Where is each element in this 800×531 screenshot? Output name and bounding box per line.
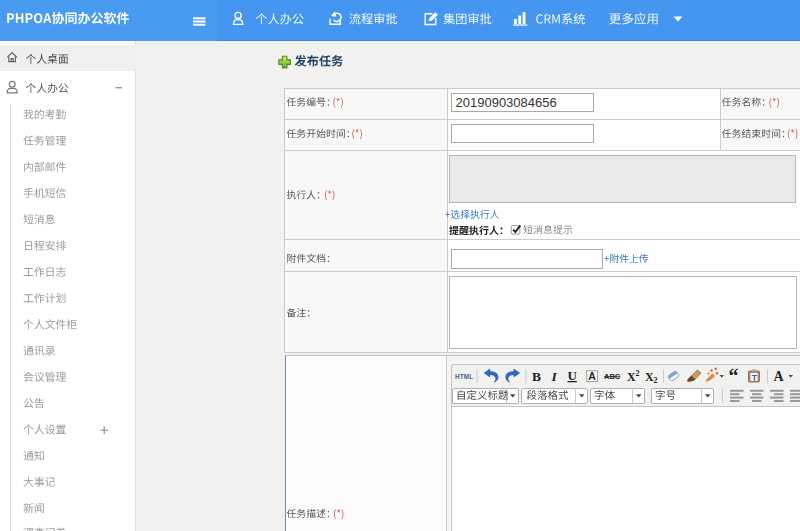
svg-text:A: A [588, 370, 596, 382]
svg-text:A: A [774, 369, 785, 384]
svg-text:I: I [551, 369, 558, 384]
svg-text:U: U [568, 368, 578, 383]
svg-text:“: “ [729, 365, 739, 387]
svg-text:2: 2 [636, 369, 640, 378]
svg-text:T: T [752, 373, 758, 383]
svg-text:HTML: HTML [455, 373, 473, 380]
svg-text:B: B [532, 369, 541, 384]
svg-text:2: 2 [654, 376, 658, 385]
svg-text:ABC: ABC [604, 372, 621, 381]
